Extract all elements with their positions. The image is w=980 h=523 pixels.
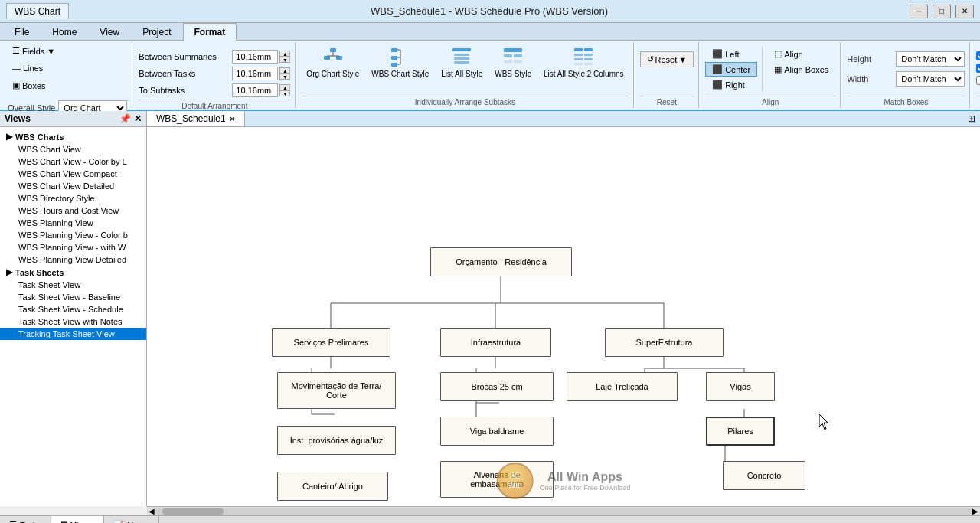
svg-rect-14 <box>454 57 469 60</box>
sidebar-item-wbs-planning-detailed[interactable]: WBS Planning View Detailed <box>0 253 146 266</box>
minimize-button[interactable]: ─ <box>910 5 928 18</box>
wbs-node-n3[interactable]: SuperEstrutura <box>605 328 724 357</box>
center-button[interactable]: ⬛ Center <box>705 62 757 77</box>
doc-tab[interactable]: WBS_Schedule1 ✕ <box>147 111 245 126</box>
sidebar-item-wbs-planning-w[interactable]: WBS Planning View - with W <box>0 241 146 253</box>
maximize-button[interactable]: □ <box>933 5 951 18</box>
hyperlink-symbols-input[interactable] <box>976 64 980 73</box>
tab-project[interactable]: Project <box>131 23 182 41</box>
sidebar-item-wbs-chart-compact[interactable]: WBS Chart View Compact <box>0 168 146 180</box>
to-subtasks-up[interactable]: ▲ <box>279 84 290 90</box>
sidebar-item-wbs-planning[interactable]: WBS Planning View <box>0 217 146 229</box>
sidebar-item-tracking-task[interactable]: Tracking Task Sheet View <box>0 328 146 340</box>
between-summaries-down[interactable]: ▼ <box>279 57 290 63</box>
between-summaries-up[interactable]: ▲ <box>279 51 290 57</box>
align-content: ⬛ Left ⬛ Center ⬛ Right ⬚ Align <box>705 44 835 94</box>
chart-style-group: Org Chart Style WBS <box>297 42 633 108</box>
list-all-style-label: List All Style <box>441 70 482 78</box>
sidebar-item-wbs-planning-color[interactable]: WBS Planning View - Color b <box>0 229 146 241</box>
right-button[interactable]: ⬛ Right <box>705 77 757 92</box>
org-chart-style-icon <box>322 47 344 68</box>
wbs-node-n3c1[interactable]: Concreto <box>723 461 805 490</box>
between-summaries-input[interactable] <box>232 50 278 64</box>
sidebar-item-wbs-chart-view[interactable]: WBS Chart View <box>0 143 146 155</box>
task-sheets-section[interactable]: ▶ Task Sheets <box>0 266 146 279</box>
align-button[interactable]: ⬚ Align <box>767 47 835 61</box>
scroll-thumb[interactable] <box>162 508 224 515</box>
wbs-style-icon <box>502 47 524 68</box>
tab-notes[interactable]: 📝 Notes <box>104 516 159 523</box>
boxes-button[interactable]: ▣ Boxes <box>8 78 51 93</box>
svg-rect-5 <box>391 48 397 52</box>
wbs-chart-tab[interactable]: WBS Chart <box>6 3 69 19</box>
wbs-canvas[interactable]: Orçamento - Residência Serviços Prelimar… <box>147 127 980 506</box>
scroll-track[interactable] <box>155 508 972 515</box>
height-select[interactable]: Don't Match <box>896 51 965 67</box>
wbs-style-button[interactable]: WBS Style <box>490 44 536 81</box>
sidebar-item-wbs-chart-detailed[interactable]: WBS Chart View Detailed <box>0 180 146 192</box>
hyperlink-symbols-checkbox[interactable]: Hyperlink Symbols <box>976 64 980 73</box>
wbs-node-root[interactable]: Orçamento - Residência <box>430 247 572 276</box>
between-tasks-input[interactable] <box>232 67 278 80</box>
align-boxes-button[interactable]: ▦ Align Boxes <box>767 62 835 77</box>
wbs-node-n3b[interactable]: Vigas <box>706 372 775 401</box>
tab-tasks[interactable]: ☰ Tasks <box>0 516 51 523</box>
close-views-icon[interactable]: ✕ <box>134 113 142 124</box>
fields-button[interactable]: ☰ Fields ▼ <box>8 44 60 58</box>
between-tasks-down[interactable]: ▼ <box>279 74 290 80</box>
sidebar-item-wbs-directory[interactable]: WBS Directory Style <box>0 192 146 204</box>
views-title: Views <box>5 113 31 124</box>
scroll-right[interactable]: ▶ <box>972 507 978 515</box>
sidebar-item-task-sheet-baseline[interactable]: Task Sheet View - Baseline <box>0 291 146 303</box>
between-tasks-arrows: ▲ ▼ <box>279 67 290 80</box>
list-all-2col-button[interactable]: List All Style 2 Columns <box>539 44 629 81</box>
tab-views[interactable]: ⊞ Views <box>51 516 104 523</box>
tab-view[interactable]: View <box>88 23 131 41</box>
wbs-node-n1[interactable]: Serviços Prelimares <box>272 328 390 357</box>
wbs-node-n1c[interactable]: Canteiro/ Abrigo <box>277 472 388 501</box>
wbs-node-n1b[interactable]: Inst. provisórias água/luz <box>277 426 396 455</box>
sidebar-item-task-sheet-notes[interactable]: Task Sheet View with Notes <box>0 315 146 328</box>
notes-label: Notes <box>127 521 149 524</box>
wbs-node-n1a[interactable]: Movimentação de Terra/Corte <box>277 372 396 409</box>
wbs-charts-section[interactable]: ▶ WBS Charts <box>0 130 146 143</box>
tab-file[interactable]: File <box>3 23 41 41</box>
reset-content: ↺ Reset ▼ <box>640 44 694 94</box>
wbs-node-n2b[interactable]: Viga baldrame <box>440 417 554 446</box>
list-all-style-button[interactable]: List All Style <box>436 44 487 81</box>
to-subtasks-down[interactable]: ▼ <box>279 90 290 96</box>
expand-button[interactable]: ⊞ <box>963 112 980 126</box>
reset-button[interactable]: ↺ Reset ▼ <box>640 51 694 67</box>
outline-symbols-input[interactable] <box>976 51 980 60</box>
reset-label: Reset <box>655 55 678 64</box>
sidebar-item-task-sheet-schedule[interactable]: Task Sheet View - Schedule <box>0 303 146 315</box>
close-button[interactable]: ✕ <box>956 5 974 18</box>
between-tasks-up[interactable]: ▲ <box>279 67 290 74</box>
progress-marks-input[interactable] <box>976 76 980 85</box>
sidebar-item-wbs-hours[interactable]: WBS Hours and Cost View <box>0 204 146 217</box>
logo-text-area: All Win Apps One Place for Free Download <box>540 470 631 492</box>
lines-button[interactable]: ― Lines <box>8 61 47 75</box>
wbs-node-n2a[interactable]: Brocas 25 cm <box>440 372 554 401</box>
wbs-node-n2[interactable]: Infraestrutura <box>440 328 551 357</box>
org-chart-style-button[interactable]: Org Chart Style <box>302 44 364 81</box>
tab-format[interactable]: Format <box>183 23 237 41</box>
pin-icon[interactable]: 📌 <box>119 113 131 124</box>
sidebar-item-wbs-chart-color[interactable]: WBS Chart View - Color by L <box>0 155 146 168</box>
wbs-chart-style-button[interactable]: WBS Chart Style <box>367 44 433 81</box>
sidebar-item-task-sheet[interactable]: Task Sheet View <box>0 279 146 291</box>
progress-marks-checkbox[interactable]: Progress Marks <box>976 76 980 85</box>
svg-rect-16 <box>504 48 522 52</box>
doc-tab-close[interactable]: ✕ <box>229 115 235 123</box>
width-select[interactable]: Don't Match <box>896 71 965 87</box>
match-boxes-content: Height Don't Match Width Don't Match <box>847 44 965 94</box>
outline-symbols-checkbox[interactable]: Outline Symbols <box>976 51 980 60</box>
left-button[interactable]: ⬛ Left <box>705 47 757 61</box>
notes-icon: 📝 <box>113 520 124 523</box>
tab-home[interactable]: Home <box>41 23 88 41</box>
scroll-left[interactable]: ◀ <box>149 507 155 515</box>
to-subtasks-input[interactable] <box>232 83 278 97</box>
horizontal-scrollbar[interactable]: ◀ ▶ <box>147 506 980 515</box>
wbs-node-n3a[interactable]: Laje Treliçada <box>567 372 678 401</box>
wbs-node-n3c[interactable]: Pilares <box>706 417 775 446</box>
